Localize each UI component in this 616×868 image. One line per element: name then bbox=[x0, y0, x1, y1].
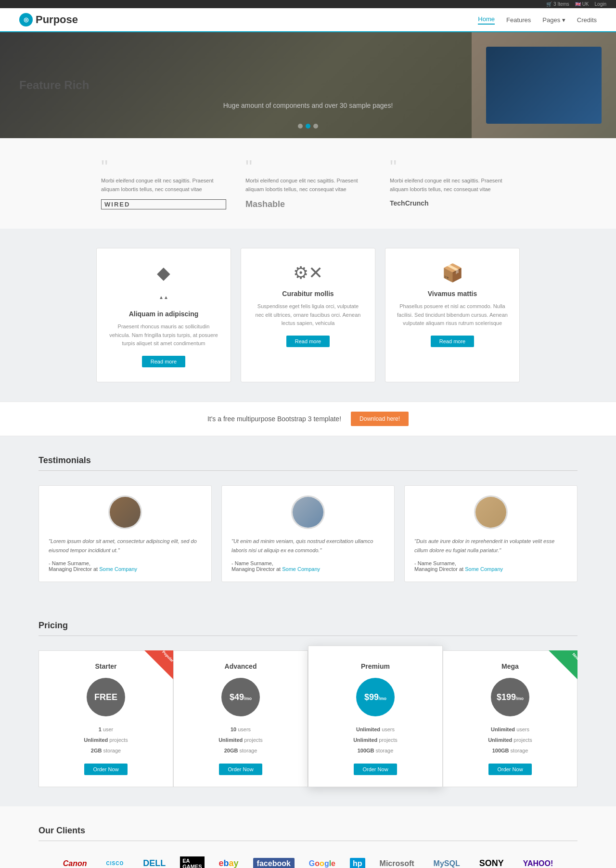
hero-dot-3[interactable] bbox=[313, 124, 318, 129]
advanced-features: 10 users Unlimited projects 20GB storage bbox=[181, 724, 300, 756]
advanced-price-circle: $49/mo bbox=[221, 678, 260, 716]
premium-storage: 100GB storage bbox=[316, 745, 435, 756]
testimonial-author-2: - Name Surname,Managing Director at Some… bbox=[231, 560, 385, 572]
client-dell: DELL bbox=[138, 855, 170, 868]
quote-text-1: Morbi eleifend congue elit nec sagittis.… bbox=[101, 177, 226, 194]
main-nav: Home Features Pages ▾ Credits bbox=[478, 15, 597, 25]
nav-features[interactable]: Features bbox=[506, 16, 531, 24]
testimonial-card-2: "Ut enim ad minim veniam, quis nostrud e… bbox=[221, 485, 395, 582]
cta-strip: It's a free multipurpose Bootstrap 3 tem… bbox=[0, 402, 616, 436]
logo-icon: ◎ bbox=[19, 13, 33, 26]
mega-features: Unlimited users Unlimited projects 100GB… bbox=[451, 724, 569, 756]
client-sony: SONY bbox=[475, 855, 509, 868]
testimonial-author-1: - Name Surname,Managing Director at Some… bbox=[49, 560, 202, 572]
advanced-users: 10 users bbox=[181, 724, 300, 735]
feature-read-more-1[interactable]: Read more bbox=[142, 356, 185, 367]
hero-text: Feature Rich bbox=[19, 78, 89, 92]
feature-card-2: ⚙✕ Curabitur mollis Suspendisse eget fel… bbox=[241, 248, 375, 382]
pricing-wrapper-starter: Popular Starter FREE 1 user Unlimited pr… bbox=[38, 650, 173, 787]
hero-dots bbox=[298, 124, 318, 129]
hero-dot-1[interactable] bbox=[298, 124, 303, 129]
pricing-wrapper-premium: Premium $99/mo Unlimited users Unlimited… bbox=[308, 650, 443, 787]
box-icon: 📦 bbox=[397, 263, 508, 283]
premium-users: Unlimited users bbox=[316, 724, 435, 735]
hero-title: Feature Rich bbox=[19, 78, 89, 92]
starter-order-btn[interactable]: Order Now bbox=[84, 764, 127, 775]
mega-price: $199/mo bbox=[497, 692, 524, 702]
premium-features: Unlimited users Unlimited projects 100GB… bbox=[316, 724, 435, 756]
region-flag: 🇬🇧 UK bbox=[575, 1, 589, 7]
feature-desc-3: Phasellus posuere et nisl ac commodo. Nu… bbox=[397, 302, 508, 328]
client-canon: Canon bbox=[58, 856, 92, 868]
quote-item-2: " Morbi eleifend congue elit nec sagitti… bbox=[245, 157, 371, 209]
testimonial-company-link-3[interactable]: Some Company bbox=[465, 566, 503, 572]
testimonial-card-1: "Lorem ipsum dolor sit amet, consectetur… bbox=[38, 485, 212, 582]
feature-title-3: Vivamus mattis bbox=[397, 290, 508, 298]
logo-text: Purpose bbox=[36, 13, 78, 26]
cart-info: 🛒 3 Items bbox=[546, 1, 569, 7]
quote-item-1: " Morbi eleifend congue elit nec sagitti… bbox=[101, 157, 226, 209]
starter-users: 1 user bbox=[47, 724, 165, 735]
nav-home[interactable]: Home bbox=[478, 15, 495, 25]
hero-dot-2[interactable] bbox=[306, 124, 310, 129]
clients-section: Our Clients Canon CISCO DELL EAGAMES eba… bbox=[0, 806, 616, 868]
nav-pages[interactable]: Pages ▾ bbox=[542, 16, 565, 24]
testimonial-company-link-2[interactable]: Some Company bbox=[282, 566, 320, 572]
quote-text-2: Morbi eleifend congue elit nec sagittis.… bbox=[245, 177, 371, 194]
feature-desc-2: Suspendisse eget felis ligula orci, vulp… bbox=[253, 302, 363, 328]
avatar-1 bbox=[108, 495, 142, 529]
header: ◎ Purpose Home Features Pages ▾ Credits bbox=[0, 8, 616, 32]
feature-card-1: ◆▲▲ Aliquam in adipiscing Praesent rhonc… bbox=[96, 248, 231, 382]
hero-subtitle: Huge amount of components and over 30 sa… bbox=[0, 102, 616, 109]
pricing-card-advanced: Advanced $49/mo 10 users Unlimited proje… bbox=[173, 650, 308, 787]
quotes-section: " Morbi eleifend congue elit nec sagitti… bbox=[0, 138, 616, 229]
client-ea: EAGAMES bbox=[180, 856, 204, 868]
download-button[interactable]: Download here! bbox=[351, 412, 409, 426]
top-bar: 🛒 3 Items 🇬🇧 UK Login bbox=[0, 0, 616, 8]
quote-item-3: " Morbi eleifend congue elit nec sagitti… bbox=[390, 157, 515, 209]
mega-order-btn[interactable]: Order Now bbox=[488, 764, 531, 775]
cta-text: It's a free multipurpose Bootstrap 3 tem… bbox=[207, 415, 341, 423]
premium-order-btn[interactable]: Order Now bbox=[354, 764, 397, 775]
starter-features: 1 user Unlimited projects 2GB storage bbox=[47, 724, 165, 756]
advanced-order-btn[interactable]: Order Now bbox=[219, 764, 262, 775]
pricing-section: Pricing Popular Starter FREE 1 user Unli… bbox=[0, 601, 616, 806]
avatar-img-2 bbox=[293, 497, 323, 528]
testimonial-company-link-1[interactable]: Some Company bbox=[99, 566, 137, 572]
mega-users: Unlimited users bbox=[451, 724, 569, 735]
avatar-3 bbox=[474, 495, 508, 529]
login-link[interactable]: Login bbox=[595, 1, 606, 7]
laptop-screen bbox=[486, 47, 602, 124]
starter-price-circle: FREE bbox=[87, 678, 125, 716]
advanced-storage: 20GB storage bbox=[181, 745, 300, 756]
client-yahoo: YAHOO! bbox=[518, 856, 558, 868]
features-section: ◆▲▲ Aliquam in adipiscing Praesent rhonc… bbox=[0, 229, 616, 402]
pricing-wrapper-mega: New Mega $199/mo Unlimited users Unlimit… bbox=[443, 650, 578, 787]
testimonial-quote-1: "Lorem ipsum dolor sit amet, consectetur… bbox=[49, 537, 202, 555]
diamond-icon: ◆▲▲ bbox=[108, 263, 219, 303]
quote-text-3: Morbi eleifend congue elit nec sagittis.… bbox=[390, 177, 515, 194]
feature-card-3: 📦 Vivamus mattis Phasellus posuere et ni… bbox=[385, 248, 520, 382]
clients-logos: Canon CISCO DELL EAGAMES ebay facebook G… bbox=[38, 855, 578, 868]
pricing-grid: Popular Starter FREE 1 user Unlimited pr… bbox=[38, 650, 578, 787]
quote-mark-1: " bbox=[101, 157, 226, 177]
premium-price: $99/mo bbox=[364, 692, 386, 702]
quote-brand-wired: WIRED bbox=[101, 199, 226, 209]
feature-read-more-2[interactable]: Read more bbox=[286, 336, 330, 347]
testimonials-title: Testimonials bbox=[38, 455, 578, 471]
testimonial-author-3: - Name Surname,Managing Director at Some… bbox=[414, 560, 567, 572]
clients-title: Our Clients bbox=[38, 826, 578, 841]
client-cisco: CISCO bbox=[102, 858, 129, 868]
testimonials-section: Testimonials "Lorem ipsum dolor sit amet… bbox=[0, 436, 616, 601]
premium-projects: Unlimited projects bbox=[316, 735, 435, 745]
quote-brand-techcrunch: TechCrunch bbox=[390, 199, 515, 207]
avatar-img-1 bbox=[110, 497, 141, 528]
mega-price-circle: $199/mo bbox=[491, 678, 529, 716]
mega-projects: Unlimited projects bbox=[451, 735, 569, 745]
testimonials-grid: "Lorem ipsum dolor sit amet, consectetur… bbox=[38, 485, 578, 582]
nav-credits[interactable]: Credits bbox=[577, 16, 597, 24]
client-microsoft: Microsoft bbox=[375, 856, 419, 868]
advanced-price: $49/mo bbox=[230, 692, 252, 702]
pricing-card-premium: Premium $99/mo Unlimited users Unlimited… bbox=[308, 646, 443, 787]
feature-read-more-3[interactable]: Read more bbox=[431, 336, 474, 347]
